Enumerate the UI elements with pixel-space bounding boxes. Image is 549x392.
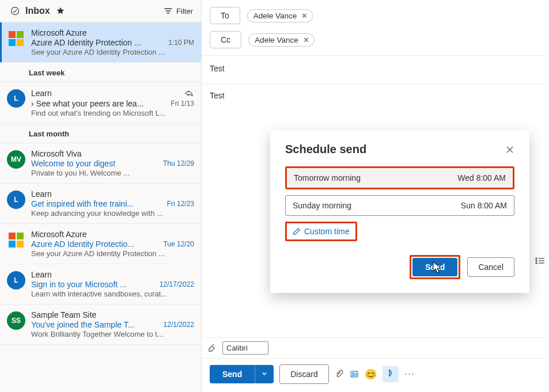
dialog-title: Schedule send [285, 143, 366, 156]
message-list-pane: Inbox Filter Microsoft AzureAzure AD Ide… [0, 0, 202, 392]
message-preview: Private to you Hi, Welcome ... [31, 169, 194, 177]
list-header: Inbox Filter [0, 0, 201, 22]
svg-point-2 [353, 373, 354, 374]
section-header: Last month [0, 124, 201, 143]
filter-icon [164, 6, 173, 16]
message-row[interactable]: MVMicrosoft VivaWelcome to your digestTh… [0, 143, 201, 184]
message-row[interactable]: LLearnGet inspired with free traini...Fr… [0, 184, 201, 224]
remove-chip-icon[interactable]: ✕ [301, 12, 308, 20]
message-preview: Work Brilliantly Together Welcome to t..… [31, 330, 194, 338]
custom-time-button[interactable]: Custom time [285, 222, 357, 241]
cc-row: Cc Adele Vance ✕ [202, 24, 547, 48]
picture-icon[interactable] [350, 370, 359, 379]
message-preview: Keep advancing your knowledge with ... [31, 209, 194, 218]
message-time: Tue 12/20 [163, 240, 194, 248]
dialog-cancel-button[interactable]: Cancel [467, 257, 514, 277]
message-row[interactable]: SSSample Team SiteYou've joined the Samp… [0, 305, 201, 345]
bullet-list-icon[interactable] [535, 257, 546, 265]
message-sender: Microsoft Azure [31, 230, 86, 239]
message-sender: Learn [31, 189, 52, 199]
message-sender: Microsoft Viva [31, 149, 82, 158]
cc-button[interactable]: Cc [210, 31, 241, 48]
folder-title: Inbox [25, 6, 50, 16]
message-row[interactable]: LLearn› See what your peers are lea...Fr… [0, 82, 201, 124]
compose-pane: To Adele Vance ✕ Cc Adele Vance ✕ Test T… [202, 0, 549, 392]
message-preview: See your Azure AD Identity Protection ..… [31, 48, 194, 56]
recipient-chip-cc[interactable]: Adele Vance ✕ [248, 33, 315, 47]
recipient-chip-to[interactable]: Adele Vance ✕ [247, 9, 313, 22]
message-preview: See your Azure AD Identity Protection ..… [31, 249, 194, 258]
message-preview: Find out what's trending on Microsoft L.… [31, 109, 194, 117]
avatar: L [7, 89, 25, 108]
message-subject: You've joined the Sample T... [31, 320, 134, 329]
formatting-toolbar: Calibri [202, 337, 547, 359]
subject-field[interactable]: Test [202, 56, 547, 77]
avatar: L [7, 191, 25, 209]
message-row[interactable]: Microsoft AzureAzure AD Identity Protect… [0, 224, 201, 264]
svg-point-3 [536, 258, 537, 259]
avatar: SS [7, 311, 25, 330]
paint-format-icon[interactable] [207, 344, 217, 353]
message-sender: Learn [31, 270, 52, 279]
dialog-send-button[interactable]: Send [412, 258, 457, 276]
to-button[interactable]: To [210, 7, 240, 24]
avatar [7, 231, 25, 249]
message-time: Fri 1/13 [171, 100, 194, 108]
message-subject: Welcome to your digest [31, 159, 115, 168]
message-sender: Sample Team Site [31, 310, 96, 319]
remove-chip-icon[interactable]: ✕ [303, 36, 309, 44]
to-row: To Adele Vance ✕ [202, 0, 547, 24]
avatar: L [7, 271, 25, 290]
more-icon[interactable]: ··· [404, 369, 415, 379]
message-subject: › See what your peers are lea... [31, 99, 143, 108]
font-select[interactable]: Calibri [222, 341, 268, 355]
message-time: 12/17/2022 [160, 280, 194, 288]
edit-icon [293, 227, 301, 235]
message-row[interactable]: LLearnSign in to your Microsoft ...12/17… [0, 264, 201, 305]
schedule-send-dialog: Schedule send Tomorrow morning Wed 8:00 … [270, 130, 529, 293]
star-icon[interactable] [56, 6, 65, 16]
discard-button[interactable]: Discard [279, 364, 328, 384]
schedule-option-tomorrow[interactable]: Tomorrow morning Wed 8:00 AM [285, 166, 514, 189]
message-time: 1:10 PM [168, 39, 194, 47]
message-subject: Azure AD Identity Protection ... [31, 38, 141, 47]
send-dropdown[interactable] [255, 365, 274, 383]
message-preview: Learn with interactive sandboxes, curat.… [31, 290, 194, 298]
avatar [7, 29, 25, 48]
message-time: 12/1/2022 [164, 321, 194, 329]
right-gutter [535, 257, 546, 265]
message-time: Fri 12/23 [167, 200, 194, 208]
message-sender: Microsoft Azure [31, 28, 86, 37]
message-subject: Get inspired with free traini... [31, 199, 134, 208]
close-icon[interactable] [505, 145, 514, 154]
chevron-down-icon [261, 370, 268, 377]
send-split-button: Send [210, 365, 274, 383]
section-header: Last week [0, 63, 201, 82]
message-subject: Sign in to your Microsoft ... [31, 280, 127, 289]
message-time: Thu 12/29 [163, 159, 194, 168]
message-row[interactable]: Microsoft AzureAzure AD Identity Protect… [0, 22, 201, 63]
emoji-icon[interactable]: 😊 [365, 368, 377, 380]
schedule-send-icon[interactable] [383, 366, 399, 382]
message-subject: Azure AD Identity Protectio... [31, 239, 134, 249]
attach-icon[interactable] [335, 370, 344, 379]
schedule-option-sunday[interactable]: Sunday morning Sun 8:00 AM [285, 195, 514, 216]
message-sender: Learn [31, 89, 52, 98]
svg-point-5 [536, 262, 537, 264]
send-button[interactable]: Send [210, 365, 255, 383]
reply-icon[interactable] [184, 88, 194, 98]
select-all-icon[interactable] [10, 6, 20, 16]
filter-button[interactable]: Filter [164, 6, 193, 16]
svg-point-0 [12, 7, 19, 15]
svg-point-4 [536, 260, 537, 261]
compose-action-bar: Send Discard 😊 ··· [202, 359, 547, 392]
avatar: MV [7, 150, 25, 169]
